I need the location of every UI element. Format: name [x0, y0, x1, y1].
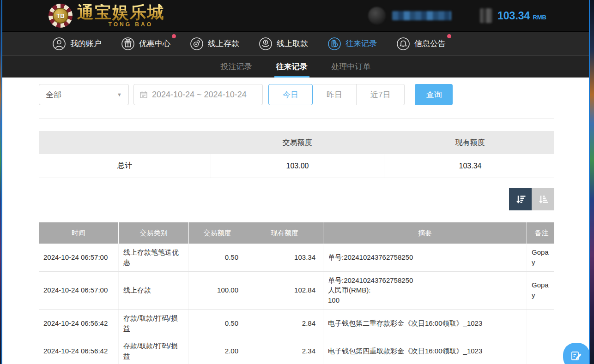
cell-amount: 0.50 — [188, 310, 246, 337]
last7days-button[interactable]: 近7日 — [357, 84, 405, 105]
summary-header-empty — [39, 131, 211, 154]
brand-logo[interactable]: TB 通宝娱乐城 TONG BAO — [48, 4, 165, 28]
table-row: 2024-10-24 06:57:00 线上存款笔笔送优惠 0.50 103.3… — [39, 244, 554, 272]
cell-note — [527, 310, 556, 337]
summary-total-trade: 103.00 — [211, 154, 384, 178]
nav-label: 线上存款 — [208, 38, 239, 49]
cell-type: 线上存款笔笔送优惠 — [118, 244, 188, 271]
sort-ascending-button[interactable] — [532, 188, 554, 210]
type-select-value: 全部 — [46, 90, 61, 100]
balance-currency: RMB — [533, 14, 546, 21]
summary-table: 交易额度 现有额度 总计 103.00 103.34 — [39, 131, 554, 178]
wallet-icon[interactable] — [480, 8, 492, 23]
summary-total-label: 总计 — [39, 154, 211, 178]
cell-time: 2024-10-24 06:56:42 — [39, 337, 118, 364]
cell-type: 线上存款 — [118, 272, 188, 309]
summary-total-balance: 103.34 — [384, 154, 556, 178]
sort-descending-button[interactable] — [509, 188, 532, 210]
cell-summary: 单号:202410243762758250 — [323, 244, 527, 271]
record-tabs: 投注记录 往来记录 处理中订单 — [2, 55, 589, 78]
bell-icon — [396, 37, 410, 51]
nav-label: 线上取款 — [277, 38, 308, 49]
table-row: 2024-10-24 06:56:42 存款/取款/打码/损益 2.00 2.3… — [39, 337, 554, 364]
col-balance: 现有额度 — [246, 222, 323, 244]
cell-amount: 0.50 — [188, 244, 246, 271]
withdraw-icon — [259, 37, 273, 51]
chevron-down-icon: ▼ — [117, 92, 122, 97]
tab-bet-records[interactable]: 投注记录 — [219, 56, 254, 78]
cell-amount: 100.00 — [188, 272, 246, 309]
tab-transaction-records[interactable]: 往来记录 — [274, 56, 309, 78]
cell-note: Gopay — [527, 272, 556, 309]
cell-balance: 102.84 — [246, 272, 323, 309]
user-icon — [52, 37, 66, 51]
section-divider — [39, 118, 554, 119]
cell-balance: 103.34 — [246, 244, 323, 271]
nav-label: 我的账户 — [70, 38, 102, 49]
table-row: 2024-10-24 06:56:42 存款/取款/打码/损益 0.50 2.8… — [39, 310, 554, 338]
cell-note: Gopay — [527, 244, 556, 271]
nav-item-promotions[interactable]: 优惠中心 — [121, 37, 170, 51]
nav-item-records[interactable]: 往来记录 — [327, 37, 377, 51]
filter-bar: 全部 ▼ 2024-10-24 ~ 2024-10-24 今日 昨日 近7日 查… — [39, 84, 554, 105]
cell-type: 存款/取款/打码/损益 — [118, 337, 188, 364]
edit-form-icon — [570, 350, 582, 362]
nav-label: 优惠中心 — [139, 38, 170, 49]
yesterday-button[interactable]: 昨日 — [313, 84, 357, 105]
col-amount: 交易额度 — [188, 222, 246, 244]
table-header: 时间 交易类别 交易额度 现有额度 摘要 备注 — [39, 222, 554, 244]
quick-date-buttons: 今日 昨日 近7日 — [268, 84, 405, 105]
gift-icon — [121, 37, 135, 51]
top-header: TB 通宝娱乐城 TONG BAO 103.34 RMB — [2, 0, 589, 31]
records-icon — [327, 37, 341, 51]
deposit-icon — [190, 37, 204, 51]
nav-label: 往来记录 — [345, 38, 377, 49]
brand-title: 通宝娱乐城 — [77, 4, 165, 21]
cell-time: 2024-10-24 06:57:00 — [39, 272, 118, 309]
transactions-table: 时间 交易类别 交易额度 现有额度 摘要 备注 2024-10-24 06:57… — [39, 222, 554, 364]
nav-label: 信息公告 — [414, 38, 446, 49]
casino-chip-icon: TB — [48, 4, 73, 28]
cell-amount: 2.00 — [188, 337, 246, 364]
username-redacted — [392, 11, 451, 20]
cell-balance: 2.84 — [246, 310, 323, 337]
date-range-input[interactable]: 2024-10-24 ~ 2024-10-24 — [133, 84, 263, 105]
cell-balance: 2.34 — [246, 337, 323, 364]
cell-note — [527, 337, 556, 364]
summary-header-trade: 交易额度 — [211, 131, 384, 154]
browser-page: TB 通宝娱乐城 TONG BAO 103.34 RMB 我的账户 — [1, 0, 590, 364]
main-content: 全部 ▼ 2024-10-24 ~ 2024-10-24 今日 昨日 近7日 查… — [2, 84, 589, 364]
chip-label: TB — [53, 8, 68, 24]
table-row: 2024-10-24 06:57:00 线上存款 100.00 102.84 单… — [39, 272, 554, 310]
notification-dot — [172, 34, 176, 38]
cell-time: 2024-10-24 06:57:00 — [39, 244, 118, 271]
cell-type: 存款/取款/打码/损益 — [118, 310, 188, 337]
date-range-value: 2024-10-24 ~ 2024-10-24 — [152, 90, 247, 100]
col-type: 交易类别 — [118, 222, 188, 244]
sort-asc-icon — [537, 193, 550, 206]
search-button[interactable]: 查询 — [415, 84, 453, 105]
cell-time: 2024-10-24 06:56:42 — [39, 310, 118, 337]
nav-item-my-account[interactable]: 我的账户 — [52, 37, 102, 51]
avatar[interactable] — [368, 7, 386, 24]
col-time: 时间 — [39, 222, 118, 244]
brand-subtitle: TONG BAO — [77, 22, 165, 27]
notification-dot — [447, 34, 451, 38]
type-select[interactable]: 全部 ▼ — [39, 84, 129, 105]
balance-amount: 103.34 — [497, 10, 530, 22]
nav-item-announcements[interactable]: 信息公告 — [396, 37, 446, 51]
main-nav: 我的账户 优惠中心 线上存款 — [2, 31, 589, 55]
cell-summary: 电子钱包第二重存款彩金《次日16:00领取》_1023 — [323, 310, 527, 337]
sort-desc-icon — [514, 193, 527, 206]
col-note: 备注 — [527, 222, 556, 244]
tab-pending-orders[interactable]: 处理中订单 — [330, 56, 373, 78]
cell-summary: 单号:202410243762758250 人民币(RMB): 100 — [323, 272, 527, 309]
nav-item-deposit[interactable]: 线上存款 — [190, 37, 239, 51]
calendar-icon — [139, 90, 148, 99]
cell-summary: 电子钱包第四重取款彩金《次日16:00领取》_1023 — [323, 337, 527, 364]
summary-total-row: 总计 103.00 103.34 — [39, 154, 554, 178]
summary-header-balance: 现有额度 — [384, 131, 556, 154]
today-button[interactable]: 今日 — [268, 84, 313, 105]
nav-item-withdraw[interactable]: 线上取款 — [259, 37, 308, 51]
feedback-button[interactable] — [563, 343, 590, 364]
